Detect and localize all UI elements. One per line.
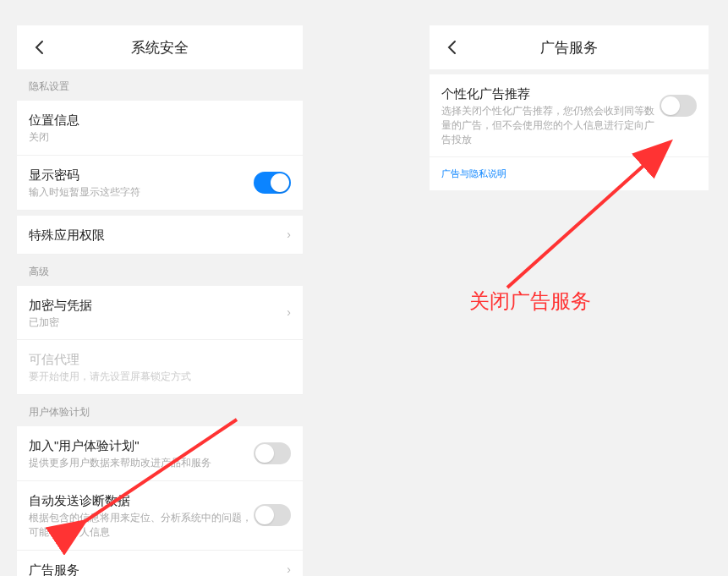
- trusted-agent-title: 可信代理: [29, 350, 291, 368]
- titlebar-right: 广告服务: [430, 25, 709, 69]
- row-location[interactable]: 位置信息 关闭: [17, 101, 303, 156]
- show-password-toggle[interactable]: [254, 172, 291, 194]
- personalized-ads-title: 个性化广告推荐: [441, 85, 660, 102]
- chevron-right-icon: ›: [287, 228, 291, 241]
- chevron-right-icon: ›: [287, 562, 291, 576]
- ad-service-title: 广告服务: [29, 561, 282, 576]
- chevron-left-icon: [446, 40, 457, 55]
- ue-program-sub: 提供更多用户数据来帮助改进产品和服务: [29, 456, 254, 470]
- row-ad-service[interactable]: 广告服务 ›: [17, 551, 303, 576]
- encryption-title: 加密与凭据: [29, 296, 282, 314]
- location-sub: 关闭: [29, 130, 291, 145]
- row-special-permissions[interactable]: 特殊应用权限 ›: [17, 216, 303, 255]
- page-title: 系统安全: [131, 38, 189, 58]
- section-privacy: 隐私设置: [17, 69, 303, 101]
- show-password-title: 显示密码: [29, 166, 254, 184]
- page-title: 广告服务: [540, 38, 598, 58]
- diagnostic-sub: 根据包含的信息将用来定位、分析系统中的问题，可能包含个人信息: [29, 511, 254, 540]
- chevron-right-icon: ›: [287, 305, 291, 319]
- right-screen: 广告服务 个性化广告推荐 选择关闭个性化广告推荐，您仍然会收到同等数量的广告，但…: [430, 25, 709, 576]
- back-button[interactable]: [441, 37, 462, 58]
- section-ue: 用户体验计划: [17, 395, 303, 426]
- titlebar-left: 系统安全: [17, 25, 303, 69]
- ad-privacy-link[interactable]: 广告与隐私说明: [430, 157, 709, 190]
- back-button[interactable]: [29, 37, 49, 58]
- row-encryption[interactable]: 加密与凭据 已加密 ›: [17, 286, 303, 341]
- personalized-ads-sub: 选择关闭个性化广告推荐，您仍然会收到同等数量的广告，但不会使用您的个人信息进行定…: [441, 104, 660, 146]
- row-show-password[interactable]: 显示密码 输入时短暂显示这些字符: [17, 156, 303, 211]
- row-ue-program[interactable]: 加入"用户体验计划" 提供更多用户数据来帮助改进产品和服务: [17, 426, 303, 481]
- encryption-sub: 已加密: [29, 315, 282, 330]
- row-personalized-ads[interactable]: 个性化广告推荐 选择关闭个性化广告推荐，您仍然会收到同等数量的广告，但不会使用您…: [430, 74, 709, 157]
- section-advanced: 高级: [17, 255, 303, 286]
- special-permissions-title: 特殊应用权限: [29, 226, 282, 244]
- ue-program-title: 加入"用户体验计划": [29, 436, 254, 454]
- personalized-ads-toggle[interactable]: [660, 95, 697, 117]
- chevron-left-icon: [34, 40, 44, 55]
- show-password-sub: 输入时短暂显示这些字符: [29, 185, 254, 200]
- diagnostic-title: 自动发送诊断数据: [29, 491, 254, 509]
- left-screen: 系统安全 隐私设置 位置信息 关闭 显示密码 输入时短暂显示这些字符 特殊应用权…: [17, 25, 303, 576]
- trusted-agent-sub: 要开始使用，请先设置屏幕锁定方式: [29, 370, 291, 384]
- ue-program-toggle[interactable]: [254, 442, 291, 464]
- row-diagnostic[interactable]: 自动发送诊断数据 根据包含的信息将用来定位、分析系统中的问题，可能包含个人信息: [17, 481, 303, 551]
- row-trusted-agent: 可信代理 要开始使用，请先设置屏幕锁定方式: [17, 340, 303, 395]
- diagnostic-toggle[interactable]: [254, 504, 291, 526]
- location-title: 位置信息: [29, 111, 291, 129]
